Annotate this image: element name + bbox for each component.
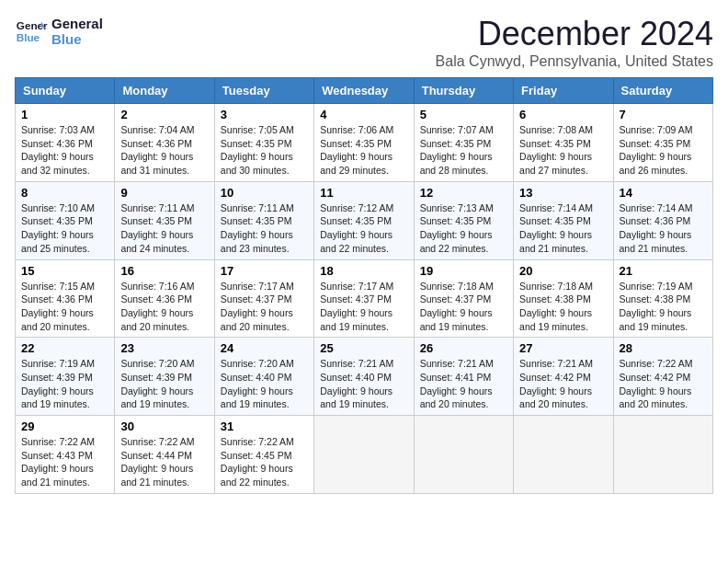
day-info: Sunrise: 7:04 AMSunset: 4:36 PMDaylight:…	[120, 123, 208, 178]
day-info: Sunrise: 7:20 AMSunset: 4:40 PMDaylight:…	[221, 357, 308, 411]
day-info: Sunrise: 7:07 AMSunset: 4:35 PMDaylight:…	[420, 123, 507, 178]
day-number: 12	[420, 186, 507, 200]
day-info: Sunrise: 7:22 AMSunset: 4:45 PMDaylight:…	[221, 435, 308, 489]
calendar-cell: 4Sunrise: 7:06 AMSunset: 4:35 PMDaylight…	[314, 104, 414, 182]
day-number: 25	[320, 341, 407, 355]
day-number: 17	[221, 264, 308, 278]
calendar-cell: 28Sunrise: 7:22 AMSunset: 4:42 PMDayligh…	[613, 338, 712, 416]
calendar-table: SundayMondayTuesdayWednesdayThursdayFrid…	[15, 77, 713, 494]
calendar-cell: 5Sunrise: 7:07 AMSunset: 4:35 PMDaylight…	[414, 104, 513, 182]
calendar-cell: 23Sunrise: 7:20 AMSunset: 4:39 PMDayligh…	[115, 338, 214, 416]
calendar-cell: 13Sunrise: 7:14 AMSunset: 4:35 PMDayligh…	[514, 181, 613, 259]
calendar-cell: 10Sunrise: 7:11 AMSunset: 4:35 PMDayligh…	[214, 181, 313, 259]
day-info: Sunrise: 7:05 AMSunset: 4:35 PMDaylight:…	[221, 123, 308, 178]
calendar-cell: 15Sunrise: 7:15 AMSunset: 4:36 PMDayligh…	[16, 259, 115, 338]
day-info: Sunrise: 7:21 AMSunset: 4:41 PMDaylight:…	[420, 357, 507, 411]
day-number: 23	[120, 341, 208, 355]
day-number: 26	[420, 341, 507, 355]
day-number: 29	[21, 419, 108, 433]
day-number: 10	[221, 186, 308, 200]
calendar-cell: 24Sunrise: 7:20 AMSunset: 4:40 PMDayligh…	[214, 338, 313, 416]
day-info: Sunrise: 7:11 AMSunset: 4:35 PMDaylight:…	[221, 201, 308, 256]
day-number: 5	[420, 108, 507, 121]
calendar-cell: 14Sunrise: 7:14 AMSunset: 4:36 PMDayligh…	[613, 181, 712, 259]
day-info: Sunrise: 7:19 AMSunset: 4:38 PMDaylight:…	[620, 280, 707, 334]
day-number: 2	[120, 108, 208, 121]
day-number: 13	[519, 186, 607, 200]
day-number: 9	[120, 186, 208, 200]
day-info: Sunrise: 7:13 AMSunset: 4:35 PMDaylight:…	[420, 201, 507, 256]
day-number: 24	[221, 341, 308, 355]
calendar-cell: 12Sunrise: 7:13 AMSunset: 4:35 PMDayligh…	[414, 181, 513, 259]
page-header: General Blue General Blue December 2024 …	[15, 15, 713, 70]
calendar-cell: 31Sunrise: 7:22 AMSunset: 4:45 PMDayligh…	[214, 416, 313, 494]
day-info: Sunrise: 7:21 AMSunset: 4:42 PMDaylight:…	[519, 357, 607, 411]
calendar-cell: 17Sunrise: 7:17 AMSunset: 4:37 PMDayligh…	[214, 259, 313, 338]
day-number: 8	[21, 186, 108, 200]
day-info: Sunrise: 7:08 AMSunset: 4:35 PMDaylight:…	[519, 123, 607, 178]
day-number: 3	[221, 108, 308, 121]
day-number: 28	[620, 341, 707, 355]
day-info: Sunrise: 7:17 AMSunset: 4:37 PMDaylight:…	[221, 280, 308, 334]
day-number: 15	[21, 264, 108, 278]
day-number: 4	[320, 108, 407, 121]
day-number: 27	[519, 341, 607, 355]
day-info: Sunrise: 7:19 AMSunset: 4:39 PMDaylight:…	[21, 357, 108, 411]
col-header-friday: Friday	[514, 78, 613, 104]
calendar-cell	[314, 416, 414, 494]
day-info: Sunrise: 7:15 AMSunset: 4:36 PMDaylight:…	[21, 280, 108, 334]
calendar-cell: 27Sunrise: 7:21 AMSunset: 4:42 PMDayligh…	[514, 338, 613, 416]
day-info: Sunrise: 7:21 AMSunset: 4:40 PMDaylight:…	[320, 357, 407, 411]
calendar-cell: 6Sunrise: 7:08 AMSunset: 4:35 PMDaylight…	[514, 104, 613, 182]
calendar-cell: 1Sunrise: 7:03 AMSunset: 4:36 PMDaylight…	[16, 104, 115, 182]
day-info: Sunrise: 7:20 AMSunset: 4:39 PMDaylight:…	[120, 357, 208, 411]
day-info: Sunrise: 7:22 AMSunset: 4:44 PMDaylight:…	[120, 435, 208, 489]
day-info: Sunrise: 7:14 AMSunset: 4:36 PMDaylight:…	[620, 201, 707, 256]
calendar-cell: 22Sunrise: 7:19 AMSunset: 4:39 PMDayligh…	[16, 338, 115, 416]
day-info: Sunrise: 7:09 AMSunset: 4:35 PMDaylight:…	[620, 123, 707, 178]
calendar-title: December 2024	[436, 15, 713, 53]
logo: General Blue General Blue	[15, 15, 103, 48]
calendar-cell: 2Sunrise: 7:04 AMSunset: 4:36 PMDaylight…	[115, 104, 214, 182]
logo-text-blue: Blue	[51, 31, 103, 47]
day-info: Sunrise: 7:18 AMSunset: 4:37 PMDaylight:…	[420, 280, 507, 334]
calendar-cell: 9Sunrise: 7:11 AMSunset: 4:35 PMDaylight…	[115, 181, 214, 259]
day-number: 14	[620, 186, 707, 200]
calendar-cell: 26Sunrise: 7:21 AMSunset: 4:41 PMDayligh…	[414, 338, 513, 416]
day-info: Sunrise: 7:11 AMSunset: 4:35 PMDaylight:…	[120, 201, 208, 256]
logo-text-general: General	[51, 16, 103, 31]
day-info: Sunrise: 7:06 AMSunset: 4:35 PMDaylight:…	[320, 123, 407, 178]
calendar-cell: 29Sunrise: 7:22 AMSunset: 4:43 PMDayligh…	[16, 416, 115, 494]
day-number: 22	[21, 341, 108, 355]
col-header-wednesday: Wednesday	[314, 78, 414, 104]
col-header-monday: Monday	[115, 78, 214, 104]
calendar-cell	[414, 416, 513, 494]
calendar-cell: 11Sunrise: 7:12 AMSunset: 4:35 PMDayligh…	[314, 181, 414, 259]
col-header-thursday: Thursday	[414, 78, 513, 104]
calendar-cell: 30Sunrise: 7:22 AMSunset: 4:44 PMDayligh…	[115, 416, 214, 494]
calendar-cell: 25Sunrise: 7:21 AMSunset: 4:40 PMDayligh…	[314, 338, 414, 416]
day-number: 20	[519, 264, 607, 278]
day-info: Sunrise: 7:14 AMSunset: 4:35 PMDaylight:…	[519, 201, 607, 256]
calendar-cell: 8Sunrise: 7:10 AMSunset: 4:35 PMDaylight…	[16, 181, 115, 259]
day-info: Sunrise: 7:12 AMSunset: 4:35 PMDaylight:…	[320, 201, 407, 256]
day-number: 6	[519, 108, 607, 121]
calendar-cell: 7Sunrise: 7:09 AMSunset: 4:35 PMDaylight…	[613, 104, 712, 182]
day-info: Sunrise: 7:10 AMSunset: 4:35 PMDaylight:…	[21, 201, 108, 256]
col-header-saturday: Saturday	[613, 78, 712, 104]
day-info: Sunrise: 7:17 AMSunset: 4:37 PMDaylight:…	[320, 280, 407, 334]
calendar-cell: 21Sunrise: 7:19 AMSunset: 4:38 PMDayligh…	[613, 259, 712, 338]
calendar-cell: 20Sunrise: 7:18 AMSunset: 4:38 PMDayligh…	[514, 259, 613, 338]
calendar-cell: 3Sunrise: 7:05 AMSunset: 4:35 PMDaylight…	[214, 104, 313, 182]
day-number: 18	[320, 264, 407, 278]
day-number: 30	[120, 419, 208, 433]
title-block: December 2024 Bala Cynwyd, Pennsylvania,…	[436, 15, 713, 70]
svg-text:Blue: Blue	[17, 31, 40, 43]
day-info: Sunrise: 7:22 AMSunset: 4:43 PMDaylight:…	[21, 435, 108, 489]
calendar-cell	[613, 416, 712, 494]
calendar-cell: 19Sunrise: 7:18 AMSunset: 4:37 PMDayligh…	[414, 259, 513, 338]
calendar-subtitle: Bala Cynwyd, Pennsylvania, United States	[436, 53, 713, 70]
day-number: 31	[221, 419, 308, 433]
day-number: 21	[620, 264, 707, 278]
day-number: 1	[21, 108, 108, 121]
